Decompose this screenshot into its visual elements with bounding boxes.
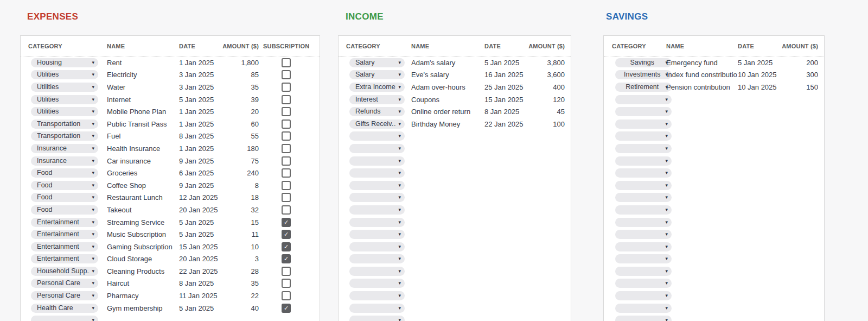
amount-cell[interactable]: 39 [205, 93, 259, 106]
amount-cell[interactable]: 10 [205, 241, 259, 253]
category-dropdown[interactable]: ▾ [615, 144, 672, 153]
category-dropdown[interactable]: ▾ [615, 119, 672, 129]
category-dropdown[interactable]: ▾ [615, 131, 672, 141]
name-cell[interactable]: Fuel [107, 130, 177, 143]
category-dropdown[interactable]: ▾ [615, 242, 672, 251]
category-dropdown[interactable]: Extra Income▾ [349, 83, 405, 92]
name-cell[interactable]: Public Transit Pass [107, 118, 177, 130]
amount-cell[interactable]: 3,600 [512, 69, 565, 81]
name-cell[interactable]: Health Insurance [107, 142, 177, 155]
category-dropdown[interactable]: ▾ [349, 168, 405, 178]
name-cell[interactable]: Adam's salary [411, 56, 482, 69]
category-dropdown[interactable]: ▾ [615, 267, 672, 276]
subscription-checkbox[interactable] [282, 95, 291, 104]
category-dropdown[interactable]: ▾ [615, 181, 672, 190]
subscription-checkbox[interactable] [282, 58, 291, 67]
amount-cell[interactable]: 85 [205, 69, 259, 81]
subscription-checkbox[interactable] [282, 107, 291, 116]
amount-cell[interactable]: 32 [205, 204, 259, 216]
category-dropdown[interactable]: ▾ [615, 316, 672, 321]
category-dropdown[interactable]: ▾ [615, 95, 672, 104]
category-dropdown[interactable]: Gifts Receiv...▾ [349, 119, 405, 129]
amount-cell[interactable]: 28 [205, 265, 259, 278]
subscription-checkbox[interactable] [282, 131, 291, 141]
amount-cell[interactable]: 55 [205, 130, 259, 143]
amount-cell[interactable]: 60 [205, 118, 259, 130]
amount-cell[interactable]: 400 [512, 81, 565, 93]
amount-cell[interactable]: 11 [205, 228, 259, 241]
category-dropdown[interactable]: ▾ [615, 205, 672, 215]
subscription-checkbox[interactable] [282, 156, 291, 166]
category-dropdown[interactable]: ▾ [349, 230, 405, 239]
category-dropdown[interactable]: Insurance▾ [31, 144, 98, 153]
category-dropdown[interactable]: Personal Care▾ [31, 279, 98, 288]
category-dropdown[interactable]: ▾ [615, 168, 672, 178]
category-dropdown[interactable]: Entertainment▾ [31, 218, 98, 227]
category-dropdown[interactable]: Utilities▾ [31, 95, 98, 104]
category-dropdown[interactable]: ▾ [349, 304, 405, 313]
subscription-checkbox[interactable] [282, 168, 291, 178]
subscription-checkbox[interactable] [282, 83, 291, 92]
category-dropdown[interactable]: Entertainment▾ [31, 230, 98, 239]
name-cell[interactable]: Birthday Money [411, 118, 482, 130]
name-cell[interactable]: Haircut [107, 278, 177, 290]
name-cell[interactable]: Emergency fund [666, 56, 737, 69]
name-cell[interactable]: Gaming Subscription [107, 241, 177, 253]
category-dropdown[interactable]: ▾ [615, 193, 672, 202]
amount-cell[interactable]: 300 [767, 69, 818, 81]
name-cell[interactable]: Car insurance [107, 155, 177, 167]
subscription-checkbox[interactable] [282, 144, 291, 153]
category-dropdown[interactable]: Personal Care▾ [31, 291, 98, 300]
category-dropdown[interactable]: ▾ [349, 181, 405, 190]
name-cell[interactable]: Internet [107, 93, 177, 106]
category-dropdown[interactable]: ▾ [31, 316, 98, 321]
category-dropdown[interactable]: ▾ [349, 267, 405, 276]
name-cell[interactable]: Online order return [411, 105, 482, 118]
name-cell[interactable]: Pharmacy [107, 289, 177, 302]
subscription-checkbox[interactable]: ✓ [282, 304, 291, 313]
name-cell[interactable]: Electricity [107, 69, 177, 81]
category-dropdown[interactable]: Interest▾ [349, 95, 405, 104]
name-cell[interactable]: Mobile Phone Plan [107, 105, 177, 118]
name-cell[interactable]: Cleaning Products [107, 265, 177, 278]
category-dropdown[interactable]: ▾ [615, 218, 672, 227]
category-dropdown[interactable]: Salary▾ [349, 58, 405, 67]
category-dropdown[interactable]: ▾ [349, 156, 405, 166]
name-cell[interactable]: Groceries [107, 167, 177, 179]
amount-cell[interactable]: 45 [512, 105, 565, 118]
category-dropdown[interactable]: ▾ [349, 144, 405, 153]
subscription-checkbox[interactable] [282, 279, 291, 288]
amount-cell[interactable]: 240 [205, 167, 259, 179]
name-cell[interactable]: Water [107, 81, 177, 93]
subscription-checkbox[interactable] [282, 70, 291, 79]
category-dropdown[interactable]: ▾ [349, 205, 405, 215]
subscription-checkbox[interactable] [282, 267, 291, 276]
subscription-checkbox[interactable] [282, 181, 291, 190]
category-dropdown[interactable]: Household Supp...▾ [31, 267, 98, 276]
name-cell[interactable]: Eve's salary [411, 69, 482, 81]
subscription-checkbox[interactable]: ✓ [282, 242, 291, 251]
category-dropdown[interactable]: ▾ [349, 131, 405, 141]
category-dropdown[interactable]: Refunds▾ [349, 107, 405, 116]
amount-cell[interactable]: 22 [205, 289, 259, 302]
category-dropdown[interactable]: ▾ [349, 218, 405, 227]
amount-cell[interactable]: 150 [767, 81, 818, 93]
category-dropdown[interactable]: Health Care▾ [31, 304, 98, 313]
name-cell[interactable]: Music Subscription [107, 228, 177, 241]
amount-cell[interactable]: 1,800 [205, 56, 259, 69]
amount-cell[interactable]: 120 [512, 93, 565, 106]
category-dropdown[interactable]: Housing▾ [31, 58, 98, 67]
category-dropdown[interactable]: Food▾ [31, 168, 98, 178]
category-dropdown[interactable]: ▾ [349, 291, 405, 300]
subscription-checkbox[interactable] [282, 193, 291, 202]
name-cell[interactable]: Index fund constribution [666, 69, 737, 81]
name-cell[interactable]: Cloud Storage [107, 253, 177, 266]
amount-cell[interactable]: 35 [205, 81, 259, 93]
category-dropdown[interactable]: Investments▾ [615, 70, 672, 79]
category-dropdown[interactable]: ▾ [615, 304, 672, 313]
category-dropdown[interactable]: ▾ [349, 193, 405, 202]
category-dropdown[interactable]: Retirement▾ [615, 83, 672, 92]
name-cell[interactable]: Adam over-hours [411, 81, 482, 93]
amount-cell[interactable]: 75 [205, 155, 259, 167]
subscription-checkbox[interactable] [282, 119, 291, 129]
